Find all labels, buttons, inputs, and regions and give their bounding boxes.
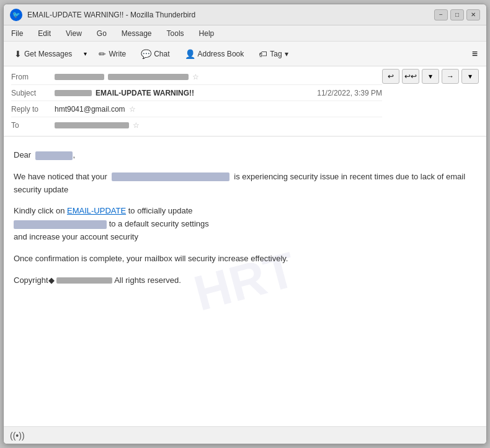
main-window: 🐦 EMAIL-UPDATE WARNING!! - Mozilla Thund… bbox=[3, 4, 487, 444]
copyright-paragraph: Copyright◆ All rights reserved. bbox=[14, 274, 476, 287]
window-title: EMAIL-UPDATE WARNING!! - Mozilla Thunder… bbox=[27, 11, 195, 19]
menu-help[interactable]: Help bbox=[197, 28, 217, 39]
email-update-link[interactable]: EMAIL-UPDATE bbox=[67, 206, 126, 215]
title-bar-left: 🐦 EMAIL-UPDATE WARNING!! - Mozilla Thund… bbox=[10, 9, 195, 21]
body-paragraph-1: We have noticed that your is experiencin… bbox=[14, 171, 476, 197]
get-messages-icon: ⬇ bbox=[14, 49, 22, 59]
tag-button[interactable]: 🏷 Tag ▾ bbox=[253, 46, 293, 62]
write-button[interactable]: ✏ Write bbox=[93, 46, 131, 62]
email-body: HRT Dear , We have noticed that your is … bbox=[4, 137, 486, 426]
status-bar: ((•)) bbox=[4, 426, 486, 444]
forward-button[interactable]: → bbox=[442, 69, 459, 84]
from-value: ☆ bbox=[55, 73, 382, 81]
subject-redacted bbox=[55, 90, 92, 96]
address-book-icon: 👤 bbox=[185, 49, 195, 59]
to-redacted bbox=[55, 122, 129, 128]
chat-icon: 💬 bbox=[141, 49, 151, 59]
from-redacted bbox=[55, 74, 104, 80]
tag-label: Tag bbox=[270, 50, 282, 58]
menu-bar: File Edit View Go Message Tools Help bbox=[4, 25, 486, 42]
copyright-suffix: All rights reserved. bbox=[114, 276, 181, 285]
p2-suffix: to a default security settings bbox=[109, 219, 209, 228]
subject-label: Subject bbox=[11, 89, 55, 97]
address-book-label: Address Book bbox=[198, 50, 244, 58]
close-button[interactable]: ✕ bbox=[466, 9, 480, 20]
body-paragraph-2: Kindly click on EMAIL-UPDATE to official… bbox=[14, 205, 476, 243]
menu-message[interactable]: Message bbox=[119, 28, 154, 39]
p2-prefix: Kindly click on bbox=[14, 206, 65, 215]
chat-label: Chat bbox=[154, 50, 169, 58]
hamburger-menu-button[interactable]: ≡ bbox=[468, 46, 481, 62]
reply-to-label: Reply to bbox=[11, 105, 55, 114]
subject-row: Subject EMAIL-UPDATE WARNING!! 11/2/2022… bbox=[11, 85, 382, 101]
address-book-button[interactable]: 👤 Address Book bbox=[179, 46, 250, 62]
menu-tools[interactable]: Tools bbox=[164, 28, 187, 39]
toolbar: ⬇ Get Messages ▾ ✏ Write 💬 Chat 👤 Addres… bbox=[4, 42, 486, 66]
tag-dropdown-arrow: ▾ bbox=[285, 50, 288, 58]
write-icon: ✏ bbox=[99, 49, 106, 59]
recipient-name-redacted bbox=[35, 151, 73, 160]
to-star-icon[interactable]: ☆ bbox=[133, 121, 140, 130]
reply-all-button[interactable]: ↩↩ bbox=[402, 69, 419, 84]
copyright-redacted bbox=[56, 277, 112, 284]
from-row: From ☆ bbox=[11, 69, 382, 85]
forward-dropdown-button[interactable]: ▾ bbox=[461, 69, 479, 84]
get-messages-dropdown[interactable]: ▾ bbox=[81, 47, 89, 60]
reply-to-star-icon[interactable]: ☆ bbox=[129, 105, 136, 114]
menu-file[interactable]: File bbox=[9, 28, 25, 39]
menu-go[interactable]: Go bbox=[94, 28, 109, 39]
from-email-redacted bbox=[108, 74, 189, 80]
get-messages-label: Get Messages bbox=[24, 50, 72, 58]
from-star-icon[interactable]: ☆ bbox=[192, 73, 199, 81]
status-icon: ((•)) bbox=[10, 431, 25, 441]
app-icon-glyph: 🐦 bbox=[12, 11, 20, 18]
greeting-paragraph: Dear , bbox=[14, 149, 476, 162]
tag-icon: 🏷 bbox=[259, 49, 267, 59]
reply-to-email: hmt9041@gmail.com bbox=[55, 105, 125, 114]
get-messages-button[interactable]: ⬇ Get Messages bbox=[9, 46, 78, 62]
email-content: Dear , We have noticed that your is expe… bbox=[14, 149, 476, 287]
to-row: To ☆ bbox=[11, 117, 382, 133]
email-date: 11/2/2022, 3:39 PM bbox=[317, 89, 382, 97]
to-label: To bbox=[11, 121, 55, 130]
reply-to-row: Reply to hmt9041@gmail.com ☆ bbox=[11, 101, 382, 117]
p1-prefix: We have noticed that your bbox=[14, 172, 107, 181]
menu-view[interactable]: View bbox=[63, 28, 84, 39]
p1-redacted bbox=[112, 172, 229, 181]
email-header: From ☆ Subject EMAIL-UPDATE WARNING!! 11… bbox=[4, 66, 486, 137]
greeting-comma: , bbox=[73, 150, 75, 159]
write-label: Write bbox=[109, 50, 126, 58]
p3-text: Once confirmation is complete, your mail… bbox=[14, 254, 288, 263]
maximize-button[interactable]: □ bbox=[450, 9, 464, 20]
copyright-prefix: Copyright◆ bbox=[14, 276, 55, 285]
subject-value: EMAIL-UPDATE WARNING!! bbox=[55, 89, 317, 97]
reply-to-value: hmt9041@gmail.com ☆ bbox=[55, 105, 382, 114]
reply-button[interactable]: ↩ bbox=[382, 69, 399, 84]
p2-mid: to officially update bbox=[128, 206, 193, 215]
p2-end: and increase your account security bbox=[14, 232, 138, 241]
title-bar: 🐦 EMAIL-UPDATE WARNING!! - Mozilla Thund… bbox=[4, 4, 486, 25]
reply-dropdown-button[interactable]: ▾ bbox=[422, 69, 439, 84]
title-bar-controls: − □ ✕ bbox=[434, 9, 480, 20]
from-label: From bbox=[11, 73, 55, 81]
menu-edit[interactable]: Edit bbox=[35, 28, 53, 39]
chat-button[interactable]: 💬 Chat bbox=[135, 46, 175, 62]
header-fields: From ☆ Subject EMAIL-UPDATE WARNING!! 11… bbox=[11, 69, 382, 133]
app-icon: 🐦 bbox=[10, 9, 22, 21]
minimize-button[interactable]: − bbox=[434, 9, 448, 20]
to-value: ☆ bbox=[55, 121, 382, 130]
subject-bold-text: EMAIL-UPDATE WARNING!! bbox=[96, 89, 194, 97]
nav-buttons: ↩ ↩↩ ▾ → ▾ bbox=[382, 69, 479, 84]
body-paragraph-3: Once confirmation is complete, your mail… bbox=[14, 253, 476, 266]
p2-redacted bbox=[14, 220, 107, 229]
greeting-prefix: Dear bbox=[14, 150, 31, 159]
